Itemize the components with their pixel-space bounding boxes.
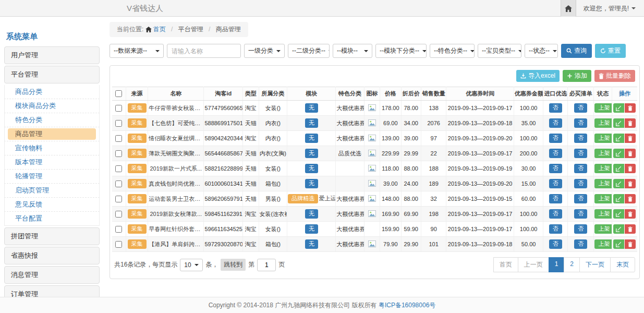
imported-badge[interactable]: 否 bbox=[549, 194, 562, 203]
edit-button[interactable] bbox=[613, 224, 624, 234]
row-checkbox[interactable] bbox=[115, 105, 122, 112]
must-buy-badge[interactable]: 否 bbox=[574, 164, 587, 173]
must-buy-badge[interactable]: 否 bbox=[574, 179, 587, 188]
sidebar-item[interactable]: 用户管理 bbox=[4, 46, 100, 64]
must-buy-badge[interactable]: 否 bbox=[574, 194, 587, 203]
delete-button[interactable] bbox=[625, 103, 636, 113]
module-sub-select[interactable]: --模块下分类-- bbox=[375, 44, 427, 58]
data-source-select[interactable]: --数据来源-- bbox=[110, 44, 164, 58]
row-checkbox[interactable] bbox=[115, 241, 122, 248]
sidebar-item[interactable]: 意见反馈 bbox=[4, 198, 100, 212]
sidebar-item[interactable]: 启动页管理 bbox=[4, 184, 100, 198]
status-badge[interactable]: 上架 bbox=[594, 134, 612, 142]
must-buy-badge[interactable]: 否 bbox=[574, 103, 587, 112]
status-badge[interactable]: 上架 bbox=[594, 103, 612, 112]
must-buy-badge[interactable]: 否 bbox=[574, 209, 587, 218]
delete-button[interactable] bbox=[625, 118, 636, 128]
edit-button[interactable] bbox=[613, 194, 624, 203]
row-checkbox[interactable] bbox=[115, 196, 122, 202]
status-badge[interactable]: 上架 bbox=[594, 149, 612, 158]
row-checkbox[interactable] bbox=[115, 120, 122, 127]
sidebar-item[interactable]: 平台管理 bbox=[4, 66, 100, 83]
sidebar-item[interactable]: 版本管理 bbox=[4, 155, 100, 170]
category1-select[interactable]: 一级分类 bbox=[244, 44, 285, 58]
imported-badge[interactable]: 否 bbox=[549, 179, 562, 188]
sidebar-item[interactable]: 商品分类 bbox=[4, 85, 100, 99]
item-type-select[interactable]: --宝贝类型-- bbox=[478, 44, 521, 58]
module-select[interactable]: --模块-- bbox=[333, 44, 372, 58]
imported-badge[interactable]: 否 bbox=[549, 224, 562, 233]
must-buy-badge[interactable]: 否 bbox=[574, 134, 587, 142]
must-buy-badge[interactable]: 否 bbox=[574, 239, 587, 248]
row-checkbox[interactable] bbox=[115, 180, 122, 187]
sidebar-item[interactable]: 平台配置 bbox=[4, 212, 100, 226]
status-badge[interactable]: 上架 bbox=[594, 118, 612, 127]
page-button[interactable]: 1 bbox=[549, 257, 565, 272]
page-button[interactable]: 上一页 bbox=[518, 257, 549, 272]
sidebar-item[interactable]: 轮播管理 bbox=[4, 170, 100, 184]
batch-delete-button[interactable]: 批量删除 bbox=[594, 70, 635, 82]
edit-button[interactable] bbox=[613, 103, 624, 113]
jump-button[interactable]: 跳转到 bbox=[221, 259, 246, 271]
breadcrumb-home-link[interactable]: 首页 bbox=[153, 26, 166, 33]
sidebar-item[interactable]: 商品管理 bbox=[4, 127, 100, 141]
imported-badge[interactable]: 否 bbox=[549, 209, 562, 218]
imported-badge[interactable]: 否 bbox=[549, 164, 562, 173]
sidebar-item[interactable]: 省惠快报 bbox=[4, 247, 100, 264]
page-button[interactable]: 末页 bbox=[610, 257, 635, 272]
delete-button[interactable] bbox=[625, 179, 636, 188]
name-search-input[interactable] bbox=[167, 44, 241, 58]
must-buy-badge[interactable]: 否 bbox=[574, 224, 587, 233]
status-badge[interactable]: 上架 bbox=[594, 224, 612, 233]
row-checkbox[interactable] bbox=[115, 226, 122, 233]
feature-select[interactable]: --特色分类-- bbox=[430, 44, 475, 58]
sidebar-item[interactable]: 消息管理 bbox=[4, 266, 100, 284]
edit-button[interactable] bbox=[613, 239, 624, 249]
icp-link[interactable]: 粤ICP备16098006号 bbox=[379, 302, 435, 309]
delete-button[interactable] bbox=[625, 224, 636, 234]
edit-button[interactable] bbox=[613, 164, 624, 173]
sidebar-item[interactable]: 模块商品分类 bbox=[4, 99, 100, 113]
page-button[interactable]: 2 bbox=[564, 257, 580, 272]
select-all-checkbox[interactable] bbox=[115, 90, 122, 97]
sidebar-item[interactable]: 特色分类 bbox=[4, 113, 100, 127]
edit-button[interactable] bbox=[613, 149, 624, 158]
edit-button[interactable] bbox=[613, 118, 624, 128]
category2-select[interactable]: --二级分类-- bbox=[288, 44, 330, 58]
edit-button[interactable] bbox=[613, 179, 624, 188]
delete-button[interactable] bbox=[625, 149, 636, 158]
imported-badge[interactable]: 否 bbox=[549, 118, 562, 127]
per-page-select[interactable]: 10 bbox=[180, 259, 203, 271]
status-badge[interactable]: 上架 bbox=[594, 239, 612, 248]
status-badge[interactable]: 上架 bbox=[594, 209, 612, 218]
must-buy-badge[interactable]: 否 bbox=[574, 118, 587, 127]
edit-button[interactable] bbox=[613, 209, 624, 219]
imported-badge[interactable]: 否 bbox=[549, 134, 562, 142]
row-checkbox[interactable] bbox=[115, 211, 122, 218]
reset-button[interactable]: 重置 bbox=[595, 44, 626, 58]
delete-button[interactable] bbox=[625, 239, 636, 249]
imported-badge[interactable]: 否 bbox=[549, 103, 562, 112]
row-checkbox[interactable] bbox=[115, 165, 122, 172]
imported-badge[interactable]: 否 bbox=[549, 149, 562, 158]
search-button[interactable]: 查询 bbox=[561, 44, 592, 58]
page-number-input[interactable] bbox=[257, 259, 276, 271]
home-button[interactable] bbox=[561, 0, 576, 17]
sidebar-item[interactable]: 宣传物料 bbox=[4, 141, 100, 155]
user-menu[interactable]: 欢迎您，管理员! bbox=[576, 0, 644, 17]
status-select[interactable]: --状态-- bbox=[525, 44, 558, 58]
row-checkbox[interactable] bbox=[115, 150, 122, 157]
status-badge[interactable]: 上架 bbox=[594, 194, 612, 203]
import-excel-button[interactable]: 导入excel bbox=[516, 70, 560, 82]
delete-button[interactable] bbox=[625, 194, 636, 203]
imported-badge[interactable]: 否 bbox=[549, 239, 562, 248]
sidebar-item[interactable]: 拼团管理 bbox=[4, 227, 100, 245]
status-badge[interactable]: 上架 bbox=[594, 179, 612, 188]
page-button[interactable]: 首页 bbox=[493, 257, 518, 272]
page-button[interactable]: 下一页 bbox=[579, 257, 611, 272]
delete-button[interactable] bbox=[625, 209, 636, 219]
edit-button[interactable] bbox=[613, 134, 624, 143]
delete-button[interactable] bbox=[625, 164, 636, 173]
add-button[interactable]: 添加 bbox=[563, 70, 591, 82]
row-checkbox[interactable] bbox=[115, 135, 122, 142]
